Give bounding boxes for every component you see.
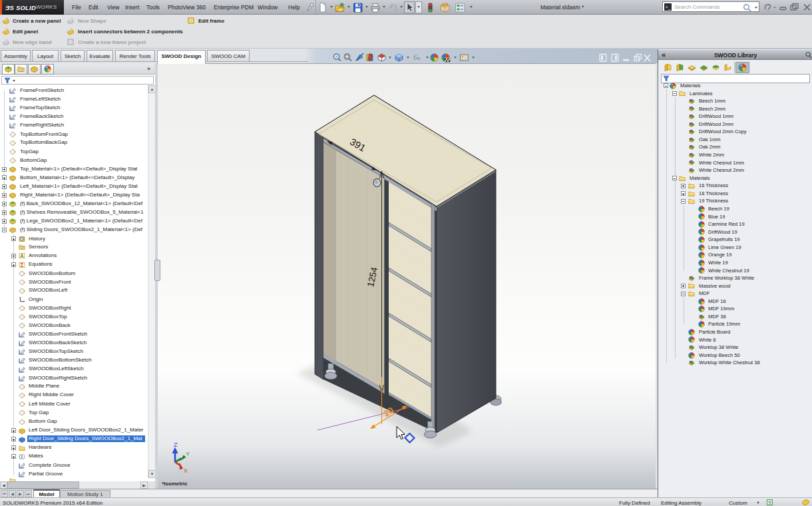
svg-text:6: 6 (413, 54, 417, 61)
